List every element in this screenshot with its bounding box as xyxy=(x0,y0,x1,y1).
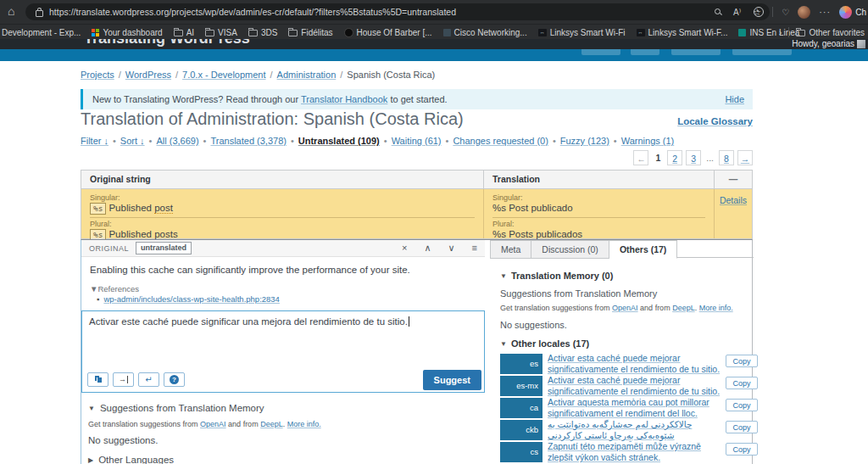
copy-button[interactable]: Copy xyxy=(726,399,758,411)
howdy-label[interactable]: Howdy, geoarias xyxy=(792,39,854,49)
copy-button[interactable]: Copy xyxy=(726,421,758,433)
menu-icon[interactable]: ≡ xyxy=(472,243,477,254)
page-3-button[interactable]: 3 xyxy=(686,150,701,165)
overflow-chevron-icon[interactable]: › xyxy=(779,27,782,37)
bullet: • xyxy=(384,136,387,146)
breadcrumb-link[interactable]: WordPress xyxy=(125,70,171,80)
zoom-icon[interactable] xyxy=(715,8,721,15)
insert-newline-button[interactable]: ↵ xyxy=(138,372,159,387)
breadcrumb-link[interactable]: Projects xyxy=(81,70,114,80)
plural-label: Plural: xyxy=(90,220,475,228)
browser-essentials-icon[interactable]: ♡ xyxy=(782,8,789,17)
folder-icon xyxy=(288,30,298,36)
suggest-button[interactable]: Suggest xyxy=(423,370,481,390)
references-toggle[interactable]: ▼References xyxy=(90,284,139,293)
bookmark-item[interactable]: ↔Linksys Smart Wi-Fi xyxy=(538,28,626,37)
bookmark-item[interactable]: Your dashboard xyxy=(92,28,162,37)
bullet-icon: ▪ xyxy=(97,294,99,304)
copy-button[interactable]: Copy xyxy=(726,377,758,389)
insert-tab-button[interactable]: → xyxy=(113,372,134,387)
close-icon[interactable]: × xyxy=(402,243,407,254)
details-link[interactable]: Details xyxy=(720,195,747,205)
bookmark-item[interactable]: VISA xyxy=(205,28,237,37)
locale-translation-link[interactable]: Activar esta caché puede mejorar signifi… xyxy=(548,375,721,398)
filter-fuzzy-link[interactable]: Fuzzy (123) xyxy=(560,136,609,146)
breadcrumb-link[interactable]: 7.0.x - Development xyxy=(182,70,265,80)
reference-link[interactable]: wp-admin/includes/class-wp-site-health.p… xyxy=(103,294,280,304)
page-8-button[interactable]: 8 xyxy=(719,150,734,165)
help-button[interactable]: ? xyxy=(164,372,185,387)
bookmark-item[interactable]: Development - Exp... xyxy=(2,28,81,37)
bookmark-label: Linksys Smart Wi-F... xyxy=(648,28,728,37)
copy-original-button[interactable] xyxy=(87,372,108,387)
filter-all-link[interactable]: All (3,669) xyxy=(156,136,198,146)
next-page-button[interactable]: → xyxy=(737,150,753,165)
chevron-up-icon[interactable]: ∧ xyxy=(424,243,431,254)
collections-icon[interactable] xyxy=(754,7,764,17)
home-icon[interactable]: ⌂ xyxy=(8,4,14,18)
locale-translation-link[interactable]: Activar esta caché puede mejorar signifi… xyxy=(548,353,721,376)
current-page: 1 xyxy=(655,153,660,163)
tm-hint: Get translation suggestions from OpenAI … xyxy=(500,304,733,312)
tab-discussion[interactable]: Discussion (0) xyxy=(531,240,609,259)
more-info-link[interactable]: More info. xyxy=(287,420,321,428)
locale-translation-link[interactable]: Zapnutí této mezipaměti může výrazně zle… xyxy=(548,441,721,464)
read-aloud-icon[interactable]: A⁾ xyxy=(733,8,741,17)
openai-link[interactable]: OpenAI xyxy=(200,420,226,428)
site-favicon xyxy=(738,29,746,36)
filter-toggle[interactable]: Filter ↓ xyxy=(81,136,108,146)
handbook-link[interactable]: Translator Handbook xyxy=(301,94,387,104)
locale-translation-link[interactable]: Activar aquesta memòria cau pot millorar… xyxy=(548,397,721,420)
nav-item-stub[interactable] xyxy=(631,49,659,55)
locale-badge: ca xyxy=(500,398,542,418)
filter-translated-link[interactable]: Translated (3,378) xyxy=(210,136,286,146)
breadcrumb-link[interactable]: Administration xyxy=(277,70,337,80)
hide-notice-link[interactable]: Hide xyxy=(725,89,744,109)
bookmark-item[interactable]: House Of Barber [... xyxy=(344,28,432,37)
bookmark-label: Development - Exp... xyxy=(2,28,81,37)
bookmark-item[interactable]: Fidélitas xyxy=(288,28,332,37)
tm-section-toggle[interactable]: ▼Translation Memory (0) xyxy=(500,271,613,281)
bookmark-item[interactable]: ↔Linksys Smart Wi-F... xyxy=(637,28,728,37)
nav-item-stub[interactable] xyxy=(732,49,792,55)
tm-suggestions-toggle[interactable]: ▼Suggestions from Translation Memory xyxy=(88,403,264,413)
tab-others[interactable]: Others (17) xyxy=(609,240,677,259)
copilot-button[interactable]: Ch xyxy=(839,6,866,19)
glossary-term[interactable]: post xyxy=(154,203,173,214)
translation-textarea[interactable]: Activar este caché puede significar una … xyxy=(81,310,485,393)
nav-item-stub[interactable] xyxy=(671,49,721,55)
other-languages-toggle[interactable]: ▶Other Languages xyxy=(88,455,174,464)
howdy-avatar[interactable] xyxy=(857,40,865,48)
filter-untranslated-link[interactable]: Untranslated (109) xyxy=(298,136,380,146)
filter-warnings-link[interactable]: Warnings (1) xyxy=(621,136,675,146)
singular-translation: %s Post publicado xyxy=(492,202,705,215)
sort-toggle[interactable]: Sort ↓ xyxy=(120,136,145,146)
other-favorites-button[interactable]: Other favorites xyxy=(796,28,865,37)
other-locales-toggle[interactable]: ▼Other locales (17) xyxy=(500,338,589,349)
copy-button[interactable]: Copy xyxy=(726,443,758,456)
copy-button[interactable]: Copy xyxy=(726,355,758,367)
chevron-down-icon[interactable]: ∨ xyxy=(448,243,455,254)
address-bar[interactable]: https://translate.wordpress.org/projects… xyxy=(25,3,770,20)
more-menu-icon[interactable]: ··· xyxy=(819,7,831,17)
locale-translation-link[interactable]: چالاککردنی لەم حەشارگەیە دەتوانێت بە شێو… xyxy=(548,419,721,442)
singular-label: Singular: xyxy=(90,193,475,202)
locale-glossary-link[interactable]: Locale Glossary xyxy=(677,116,753,126)
triangle-down-icon: ▼ xyxy=(88,405,95,412)
deepl-link[interactable]: DeepL xyxy=(260,420,283,428)
url-text: https://translate.wordpress.org/projects… xyxy=(49,7,456,17)
page-2-button[interactable]: 2 xyxy=(667,150,682,165)
bookmark-item[interactable]: Cisco Networking... xyxy=(443,28,527,37)
tab-meta[interactable]: Meta xyxy=(490,240,531,259)
deepl-link[interactable]: DeepL xyxy=(672,304,695,312)
profile-avatar[interactable] xyxy=(798,6,810,19)
bookmark-item[interactable]: 3DS xyxy=(248,28,277,37)
bookmark-item[interactable]: AI xyxy=(174,28,194,37)
filter-waiting-link[interactable]: Waiting (61) xyxy=(392,136,442,146)
more-info-link[interactable]: More info. xyxy=(699,304,733,312)
filter-changes-link[interactable]: Changes requested (0) xyxy=(453,136,548,146)
openai-link[interactable]: OpenAI xyxy=(612,304,638,312)
handbook-notice: New to Translating WordPress? Read throu… xyxy=(81,89,753,109)
table-row[interactable]: Singular: %sPublished post Plural: %sPub… xyxy=(81,189,752,238)
nav-item-stub[interactable] xyxy=(581,49,620,55)
